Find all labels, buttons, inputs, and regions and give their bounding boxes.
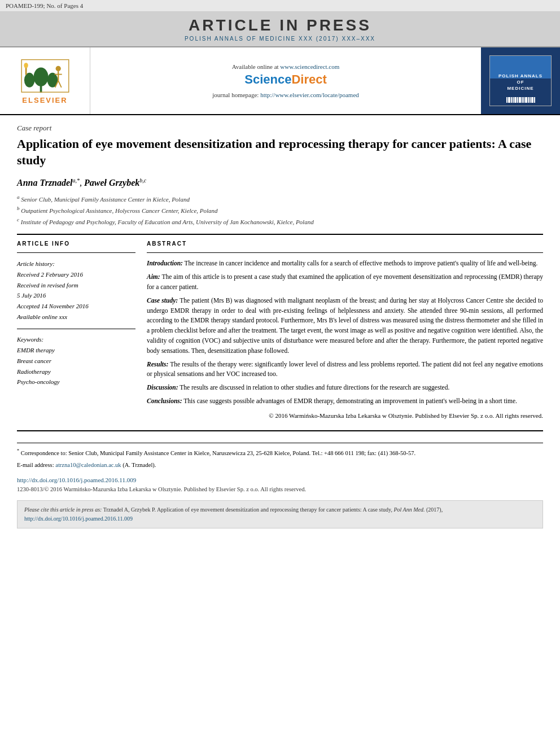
svg-line-8 <box>58 81 62 88</box>
abstract-text-block: Introduction: The increase in cancer inc… <box>147 259 543 420</box>
elsevier-tree-icon <box>17 57 73 94</box>
email-link[interactable]: atrzna10@caledonian.ac.uk <box>55 462 121 468</box>
article-title: Application of eye movement desensitizat… <box>17 136 543 168</box>
cite-year: (2017), <box>426 506 443 513</box>
svg-point-10 <box>24 63 28 68</box>
cover-barcode <box>490 97 551 103</box>
accepted-date: Accepted 14 November 2016 <box>17 301 135 312</box>
conclusions-label: Conclusions: <box>147 397 182 404</box>
two-column-layout: ARTICLE INFO Article history: Received 2… <box>17 241 543 420</box>
discussion-text: The results are discussed in relation to… <box>180 384 449 391</box>
correspondence-text: Correspondence to: Senior Club, Municipa… <box>21 450 416 456</box>
doi-link[interactable]: http://dx.doi.org/10.1016/j.poamed.2016.… <box>17 477 136 483</box>
keywords-divider <box>17 329 135 329</box>
abstract-copyright: © 2016 Warmińsko-Mazurska Izba Lekarska … <box>147 411 543 421</box>
abstract-intro: Introduction: The increase in cancer inc… <box>147 259 543 269</box>
author2-sup: b,c <box>139 177 146 184</box>
journal-homepage-link[interactable]: http://www.elsevier.com/locate/poamed <box>260 91 359 98</box>
abstract-discussion: Discussion: The results are discussed in… <box>147 383 543 393</box>
affiliations-block: a Senior Club, Municipal Family Assistan… <box>17 193 543 228</box>
authors-line: Anna Trznadela,*, Paweł Grzybekb,c <box>17 177 543 188</box>
svg-point-4 <box>55 66 60 71</box>
author1-sup: a,* <box>73 177 80 184</box>
cite-journal: Pol Ann Med. <box>393 506 425 513</box>
available-online: Available online xxx <box>17 312 135 322</box>
affiliation-c: c Institute of Pedagogy and Psychology, … <box>17 216 543 227</box>
abstract-conclusions: Conclusions: This case suggests possible… <box>147 396 543 407</box>
header-center: Available online at www.sciencedirect.co… <box>90 47 481 114</box>
intro-text: The increase in cancer incidence and mor… <box>185 260 538 267</box>
right-column: ABSTRACT Introduction: The increase in c… <box>147 241 543 420</box>
elsevier-label: ELSEVIER <box>22 96 67 104</box>
top-bar: POAMED-199; No. of Pages 4 <box>0 0 560 12</box>
sciencedirect-url-link[interactable]: www.sciencedirect.com <box>280 63 339 70</box>
abstract-divider <box>147 252 543 253</box>
journal-cover-image: POLISH ANNALSOFMEDICINE <box>489 55 552 106</box>
intro-label: Introduction: <box>147 260 183 267</box>
article-info-header: ARTICLE INFO <box>17 241 135 247</box>
journal-homepage: journal homepage: http://www.elsevier.co… <box>212 91 359 98</box>
case-label: Case study: <box>147 297 178 304</box>
keyword-3: Radiotherapy <box>17 366 135 377</box>
email-label: E-mail address: <box>17 462 54 468</box>
affiliation-b: b Outpatient Psychological Assistance, H… <box>17 204 543 216</box>
article-info-divider <box>17 252 135 253</box>
issn-line: 1230-8013/© 2016 Warmińsko-Mazurska Izba… <box>17 486 543 492</box>
correspondence-footnote: * Correspondence to: Senior Club, Munici… <box>17 448 543 458</box>
keywords-label: Keywords: <box>17 336 135 343</box>
results-label: Results: <box>147 361 168 368</box>
svg-point-2 <box>24 73 34 88</box>
abstract-header: ABSTRACT <box>147 241 543 247</box>
keyword-1: EMDR therapy <box>17 345 135 356</box>
abstract-results: Results: The results of the therapy were… <box>147 360 543 380</box>
journal-cover-block: POLISH ANNALSOFMEDICINE <box>481 47 560 114</box>
received1-date: Received 2 February 2016 <box>17 269 135 280</box>
main-content: Case report Application of eye movement … <box>0 115 560 537</box>
discussion-label: Discussion: <box>147 384 178 391</box>
manuscript-id: POAMED-199; No. of Pages 4 <box>6 2 83 9</box>
article-in-press-banner: ARTICLE IN PRESS POLISH ANNALS OF MEDICI… <box>0 12 560 47</box>
email-suffix: (A. Trznadel). <box>123 462 156 468</box>
results-text: The results of the therapy were: signifi… <box>147 361 543 378</box>
available-online-text: Available online at www.sciencedirect.co… <box>232 63 340 70</box>
received-revised-date: 5 July 2016 <box>17 290 135 301</box>
main-divider <box>17 234 543 235</box>
elsevier-logo-block: ELSEVIER <box>0 47 90 114</box>
journal-name-banner: POLISH ANNALS OF MEDICINE XXX (2017) XXX… <box>0 36 560 42</box>
cite-text: Trznadel A, Grzybek P. Application of ey… <box>103 506 392 513</box>
author1-name: Anna Trznadel <box>17 178 73 188</box>
abstract-case: Case study: The patient (Mrs B) was diag… <box>147 296 543 356</box>
author2-name: Paweł Grzybek <box>84 178 139 188</box>
keywords-block: Keywords: EMDR therapy Breast cancer Rad… <box>17 336 135 387</box>
header-row: ELSEVIER Available online at www.science… <box>0 47 560 115</box>
aim-text: The aim of this article is to present a … <box>147 273 543 290</box>
abstract-aim: Aim: The aim of this article is to prese… <box>147 272 543 292</box>
left-column: ARTICLE INFO Article history: Received 2… <box>17 241 135 420</box>
footnote-star: * <box>17 448 19 453</box>
svg-point-1 <box>33 68 48 86</box>
affiliation-a: a Senior Club, Municipal Family Assistan… <box>17 193 543 204</box>
cite-label: Please cite this article in press as: <box>24 506 102 513</box>
keyword-2: Breast cancer <box>17 356 135 366</box>
received-revised-label: Received in revised form <box>17 280 135 291</box>
sciencedirect-logo: ScienceDirect <box>244 72 327 87</box>
footnote-section: * Correspondence to: Senior Club, Munici… <box>17 443 543 470</box>
bottom-divider <box>17 430 543 431</box>
history-label: Article history: <box>17 259 135 269</box>
keyword-4: Psycho-oncology <box>17 377 135 387</box>
email-footnote: E-mail address: atrzna10@caledonian.ac.u… <box>17 461 543 470</box>
conclusions-text: This case suggests possible advantages o… <box>183 397 517 404</box>
doi-section: http://dx.doi.org/10.1016/j.poamed.2016.… <box>17 475 543 492</box>
article-in-press-heading: ARTICLE IN PRESS <box>0 16 560 34</box>
cover-title-text: POLISH ANNALSOFMEDICINE <box>498 73 542 92</box>
aim-label: Aim: <box>147 273 160 280</box>
article-history-block: Article history: Received 2 February 201… <box>17 259 135 322</box>
section-type-label: Case report <box>17 124 543 133</box>
cite-doi-link[interactable]: http://dx.doi.org/10.1016/j.poamed.2016.… <box>24 516 133 522</box>
cite-box: Please cite this article in press as: Tr… <box>17 500 543 528</box>
case-text: The patient (Mrs B) was diagnosed with m… <box>147 297 543 354</box>
